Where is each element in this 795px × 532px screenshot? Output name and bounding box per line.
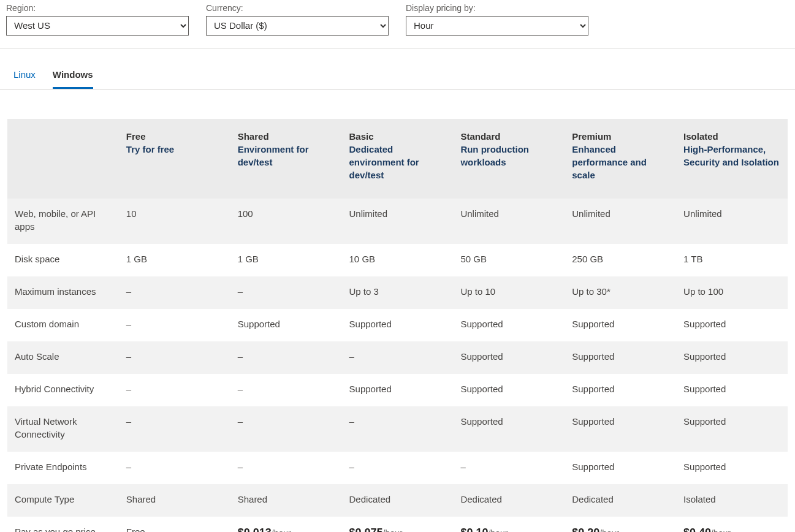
pricing-table-wrap: Free Try for free Shared Environment for… [0,89,795,532]
table-cell: Supported [342,374,454,406]
table-cell: Up to 10 [453,276,565,309]
table-cell: 10 GB [342,244,454,276]
table-cell: – [230,276,342,309]
header-subtitle: High-Performance, Security and Isolation [683,143,780,169]
header-cell-standard: Standard Run production workloads [453,119,565,199]
price-unit: /hour [488,528,508,532]
table-cell: Supported [230,309,342,341]
table-row: Hybrid Connectivity––SupportedSupportedS… [7,374,788,406]
header-title: Standard [460,130,557,143]
table-cell: Unlimited [453,199,565,244]
table-cell: Dedicated [565,484,676,517]
price-amount: $0.40 [683,526,711,532]
price-unit: /hour [272,528,291,532]
table-row: Web, mobile, or API apps10100UnlimitedUn… [7,199,788,244]
row-label: Auto Scale [7,341,119,374]
region-select[interactable]: West US [6,16,189,36]
table-cell: Dedicated [342,484,454,517]
table-cell: Supported [453,341,565,374]
region-field: Region: West US [6,2,189,36]
pricing-table: Free Try for free Shared Environment for… [7,119,788,532]
table-cell: Dedicated [453,484,565,517]
tab-windows[interactable]: Windows [53,63,93,89]
header-subtitle: Run production workloads [460,143,557,169]
header-subtitle: Try for free [126,143,223,156]
row-label: Hybrid Connectivity [7,374,119,406]
header-subtitle: Environment for dev/test [238,143,335,169]
pricing-table-body: Web, mobile, or API apps10100UnlimitedUn… [7,199,788,532]
table-row: Compute TypeSharedSharedDedicatedDedicat… [7,484,788,517]
currency-select[interactable]: US Dollar ($) [206,16,389,36]
price-amount: $0.013 [238,526,272,532]
header-title: Premium [572,130,669,143]
table-row: Auto Scale–––SupportedSupportedSupported [7,341,788,374]
table-cell: – [342,406,454,452]
table-cell: 1 GB [119,244,230,276]
table-row: Private Endpoints––––SupportedSupported [7,452,788,484]
table-cell: – [230,452,342,484]
table-cell: 10 [119,199,230,244]
table-cell: Supported [676,341,788,374]
table-cell: Supported [565,374,676,406]
header-cell-basic: Basic Dedicated environment for dev/test [342,119,454,199]
header-title: Isolated [683,130,780,143]
table-cell: Unlimited [342,199,454,244]
header-subtitle: Dedicated environment for dev/test [349,143,446,181]
price-cell: Free [119,517,230,532]
row-label: Maximum instances [7,276,119,309]
table-cell: Supported [453,406,565,452]
price-unit: /hour [383,528,403,532]
display-select[interactable]: Hour [406,16,588,36]
price-row: Pay as you go priceFree$0.013/hour$0.075… [7,517,788,532]
header-cell-isolated: Isolated High-Performance, Security and … [676,119,788,199]
row-label: Custom domain [7,309,119,341]
table-cell: Supported [676,452,788,484]
tab-linux[interactable]: Linux [13,63,36,89]
header-cell-premium: Premium Enhanced performance and scale [565,119,676,199]
table-cell: Up to 3 [342,276,454,309]
table-cell: Unlimited [565,199,676,244]
table-cell: 100 [230,199,342,244]
table-cell: Supported [565,309,676,341]
table-cell: – [119,374,230,406]
price-amount: $0.075 [349,526,383,532]
table-cell: – [119,406,230,452]
row-label: Private Endpoints [7,452,119,484]
table-cell: 250 GB [565,244,676,276]
row-label: Disk space [7,244,119,276]
table-cell: – [119,341,230,374]
table-cell: Supported [453,309,565,341]
price-amount: $0.10 [460,526,488,532]
table-cell: – [342,341,454,374]
table-cell: – [119,452,230,484]
price-amount: $0.20 [572,526,599,532]
table-cell: – [342,452,454,484]
table-cell: Supported [342,309,454,341]
filter-bar: Region: West US Currency: US Dollar ($) … [0,0,795,48]
table-cell: Up to 30* [565,276,676,309]
price-cell: $0.40/hour [676,517,788,532]
table-cell: – [119,309,230,341]
table-cell: – [230,374,342,406]
table-cell: Shared [119,484,230,517]
row-label: Pay as you go price [7,517,119,532]
header-row: Free Try for free Shared Environment for… [7,119,788,199]
table-row: Virtual Network Connectivity–––Supported… [7,406,788,452]
table-cell: Unlimited [676,199,788,244]
price-cell: $0.20/hour [565,517,676,532]
row-label: Web, mobile, or API apps [7,199,119,244]
table-cell: Supported [565,452,676,484]
table-cell: 1 TB [676,244,788,276]
table-cell: – [453,452,565,484]
header-cell-shared: Shared Environment for dev/test [230,119,342,199]
row-label: Compute Type [7,484,119,517]
table-cell: Supported [676,374,788,406]
price-unit: /hour [711,528,731,532]
display-label: Display pricing by: [406,2,588,15]
table-row: Disk space1 GB1 GB10 GB50 GB250 GB1 TB [7,244,788,276]
table-cell: Up to 100 [676,276,788,309]
table-cell: 50 GB [453,244,565,276]
table-row: Custom domain–SupportedSupportedSupporte… [7,309,788,341]
table-cell: – [230,406,342,452]
table-cell: Supported [565,341,676,374]
